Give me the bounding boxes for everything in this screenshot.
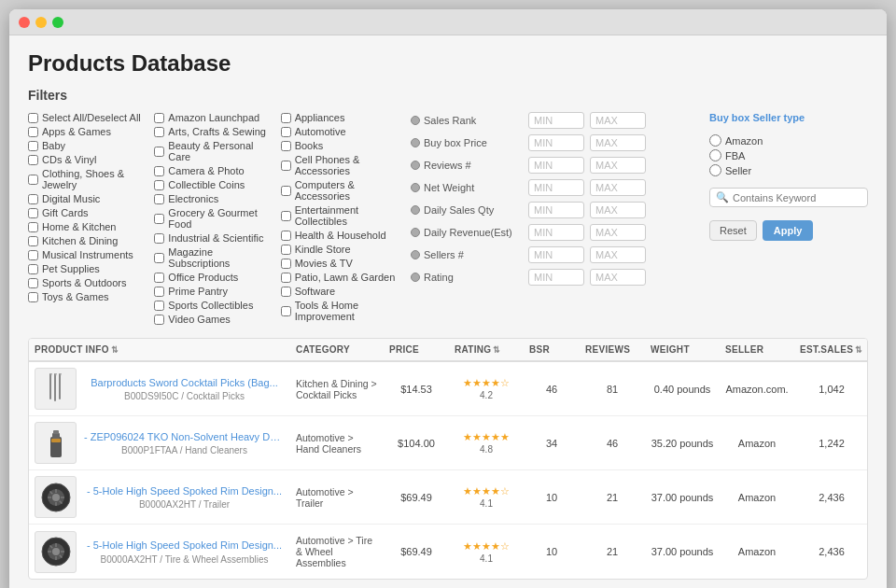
product-image [35,422,77,464]
rating-max[interactable] [590,269,646,286]
filter-patio[interactable]: Patio, Lawn & Garden [281,272,401,283]
filter-launchpad[interactable]: Amazon Launchpad [154,112,274,123]
product-name[interactable]: - ZEP096024 TKO Non-Solvent Heavy Duty..… [84,430,285,443]
product-est-sales: 1,042 [794,384,868,395]
seller-option-seller[interactable]: Seller [709,164,868,176]
product-name[interactable]: Barproducts Sword Cocktail Picks (Bag... [84,376,285,389]
filter-digital-music[interactable]: Digital Music [28,193,148,204]
product-seller: Amazon [720,492,794,503]
buy-box-price-min[interactable] [528,134,584,151]
close-button[interactable] [19,17,30,28]
svg-point-12 [52,494,60,501]
filter-automotive[interactable]: Automotive [281,126,401,137]
th-rating[interactable]: RATING ⇅ [449,344,524,355]
range-daily-sales: Daily Sales Qty [411,202,691,218]
th-est-sales[interactable]: EST.SALES ⇅ [794,344,868,355]
minimize-button[interactable] [35,17,47,28]
product-cell: - ZEP096024 TKO Non-Solvent Heavy Duty..… [29,422,290,464]
filter-collectible-coins[interactable]: Collectible Coins [154,179,274,190]
range-sellers: Sellers # [411,246,691,263]
filter-prime-pantry[interactable]: Prime Pantry [154,286,274,297]
filter-baby[interactable]: Baby [28,140,148,151]
filter-tools[interactable]: Tools & Home Improvement [281,300,401,322]
filter-cell-phones[interactable]: Cell Phones & Accessories [281,154,401,176]
net-weight-max[interactable] [590,179,646,196]
product-seller: Amazon [720,546,794,557]
maximize-button[interactable] [52,17,63,28]
category-filters: Select All/Deselect All Apps & Games Bab… [28,112,401,325]
filter-entertainment[interactable]: Entertainment Collectibles [281,204,401,227]
seller-option-amazon[interactable]: Amazon [709,134,868,147]
filter-camera[interactable]: Camera & Photo [154,165,274,176]
filter-books[interactable]: Books [281,140,401,151]
daily-revenue-max[interactable] [590,224,646,241]
rating-min[interactable] [528,269,584,286]
reviews-max[interactable] [590,157,646,174]
daily-sales-min[interactable] [528,202,584,218]
filter-industrial[interactable]: Industrial & Scientific [154,232,274,244]
filter-appliances[interactable]: Appliances [281,112,401,123]
filter-grocery[interactable]: Grocery & Gourmet Food [154,207,274,230]
sales-rank-min[interactable] [528,112,584,129]
range-net-weight: Net Weight [411,179,691,196]
filter-kitchen-dining[interactable]: Kitchen & Dining [28,235,148,246]
filter-software[interactable]: Software [281,286,401,297]
daily-sales-max[interactable] [590,202,646,218]
th-product-info[interactable]: PRODUCT INFO ⇅ [29,344,290,355]
apply-button[interactable]: Apply [763,220,814,241]
product-rating: ★★★★☆ 4.2 [449,377,524,400]
filter-musical[interactable]: Musical Instruments [28,249,148,260]
table-row: - 5-Hole High Speed Spoked Rim Design...… [29,470,867,525]
filter-sports-collectibles[interactable]: Sports Collectibles [154,300,274,311]
keyword-input[interactable] [733,192,845,203]
filter-electronics[interactable]: Electronics [154,193,274,204]
filter-home-kitchen[interactable]: Home & Kitchen [28,221,148,232]
products-table: PRODUCT INFO ⇅ CATEGORY PRICE RATING ⇅ B… [28,338,868,580]
product-weight: 37.00 pounds [645,492,720,503]
product-info: - ZEP096024 TKO Non-Solvent Heavy Duty..… [84,430,285,455]
filter-magazine[interactable]: Magazine Subscriptions [154,246,274,269]
filter-cds-vinyl[interactable]: CDs & Vinyl [28,154,148,165]
tire-icon [38,480,74,515]
titlebar [9,9,887,35]
net-weight-min[interactable] [528,179,584,196]
filter-office[interactable]: Office Products [154,272,274,283]
reset-button[interactable]: Reset [709,220,757,241]
product-name[interactable]: - 5-Hole High Speed Spoked Rim Design... [84,539,285,552]
product-name[interactable]: - 5-Hole High Speed Spoked Rim Design... [84,484,285,497]
filter-select-all[interactable]: Select All/Deselect All [28,112,148,123]
star-icons: ★★★★☆ [463,377,510,389]
seller-option-fba[interactable]: FBA [709,149,868,161]
filter-arts-crafts[interactable]: Arts, Crafts & Sewing [154,126,274,137]
filter-toys[interactable]: Toys & Games [28,291,148,302]
product-category: Automotive > Hand Cleaners [290,432,384,455]
filter-apps-games[interactable]: Apps & Games [28,126,148,137]
product-weight: 35.20 pounds [645,438,720,449]
filter-health[interactable]: Health & Household [281,230,401,241]
filter-gift-cards[interactable]: Gift Cards [28,207,148,218]
filter-pet[interactable]: Pet Supplies [28,263,148,274]
filter-kindle[interactable]: Kindle Store [281,244,401,255]
sellers-max[interactable] [590,246,646,263]
product-category: Automotive > Tire & Wheel Assemblies [290,535,384,568]
filter-video-games[interactable]: Video Games [154,314,274,325]
buy-box-price-max[interactable] [590,134,646,151]
reviews-min[interactable] [528,157,584,174]
th-price: PRICE [384,344,449,355]
sellers-min[interactable] [528,246,584,263]
filter-movies[interactable]: Movies & TV [281,258,401,269]
range-buy-box-price: Buy box Price [411,134,691,151]
filter-sports[interactable]: Sports & Outdoors [28,277,148,288]
main-window: Products Database Filters Select All/Des… [9,9,887,588]
filter-col-3: Appliances Automotive Books Cell Phones … [281,112,401,325]
sales-rank-max[interactable] [590,112,646,129]
filter-computers[interactable]: Computers & Accessories [281,179,401,202]
star-icons: ★★★★☆ [463,485,510,497]
daily-revenue-min[interactable] [528,224,584,241]
product-image [35,476,77,518]
filter-beauty[interactable]: Beauty & Personal Care [154,140,274,162]
product-bsr: 34 [524,438,580,449]
keyword-search-box[interactable]: 🔍 [709,188,868,207]
filter-clothing[interactable]: Clothing, Shoes & Jewelry [28,168,148,190]
product-weight: 37.00 pounds [645,546,720,557]
